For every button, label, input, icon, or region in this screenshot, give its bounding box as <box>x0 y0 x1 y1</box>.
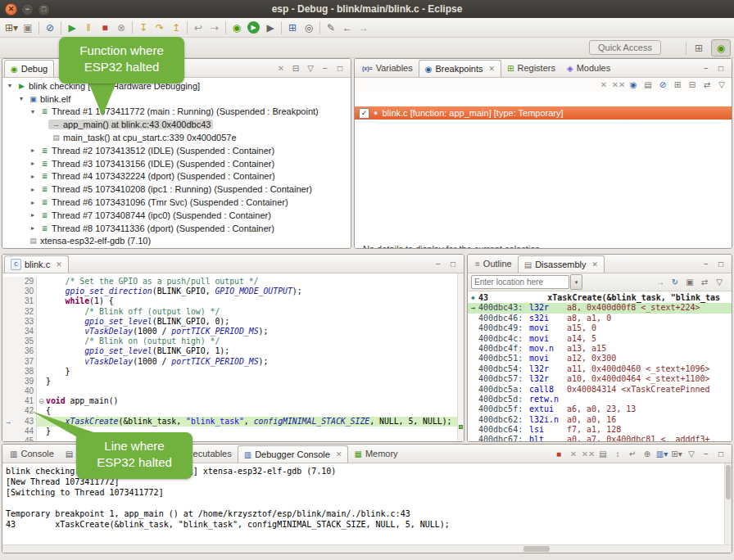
link-with-editor-icon[interactable]: ⇄ <box>698 276 711 289</box>
expand-arrow-icon[interactable]: ▸ <box>29 173 37 180</box>
debug-tree-row[interactable]: ▸≣Thread #4 1073432224 (dport) (Suspende… <box>2 170 351 183</box>
maximize-icon[interactable]: □ <box>446 257 460 270</box>
view-menu-icon[interactable]: ▽ <box>715 79 728 92</box>
disassembly-row[interactable]: 400dbc5f:extuia6, a0, 23, 13 <box>468 404 732 414</box>
debug-tree-row[interactable]: ▤xtensa-esp32-elf-gdb (7.10) <box>2 235 351 248</box>
editor-line[interactable]: 37 vTaskDelay(1000 / portTICK_PERIOD_MS)… <box>2 357 464 367</box>
expand-arrow-icon[interactable]: ▾ <box>6 82 14 89</box>
step-into-icon[interactable]: ↧ <box>135 20 152 36</box>
debug-tree-row[interactable]: ▸≣Thread #8 1073411336 (dport) (Suspende… <box>2 222 351 235</box>
editor-line[interactable]: 38 } <box>2 367 464 377</box>
window-close-button[interactable]: ✕ <box>5 3 17 16</box>
tab-close-icon[interactable]: ✕ <box>56 260 62 269</box>
save-icon[interactable]: ▣ <box>20 20 36 36</box>
tab-breakpoints[interactable]: ◉ Breakpoints ✕ <box>419 60 501 77</box>
disassembly-view[interactable]: ◆43 xTaskCreate(&blink_task, "blink_tas→… <box>468 291 732 441</box>
expand-arrow-icon[interactable]: ▾ <box>17 95 25 102</box>
navigate-to-pc-icon[interactable]: → <box>654 276 667 289</box>
instruction-stepping-icon[interactable]: ⇢ <box>206 20 223 36</box>
tab-disassembly[interactable]: ▤ Disassembly ✕ <box>518 255 605 273</box>
disassembly-row[interactable]: 400dbc49:movia15, 0 <box>468 323 732 333</box>
editor-line[interactable]: 32 /* Blink off (output low) */ <box>2 307 464 317</box>
go-to-file-icon[interactable]: ▤ <box>641 79 655 92</box>
expand-arrow-icon[interactable]: ▸ <box>29 211 37 219</box>
disassembly-row[interactable]: 400dbc46:s32ia8, a1, 0 <box>468 314 732 323</box>
scrollbar-thumb[interactable] <box>726 465 731 499</box>
editor-line[interactable]: 31 while(1) { <box>2 296 464 306</box>
collapse-all-icon[interactable]: ⊟ <box>289 61 302 75</box>
open-console-icon[interactable]: ⊞▾ <box>670 447 683 460</box>
disassembly-row[interactable]: 400dbc57:l32ra10, 0x400d0464 <_stext+110… <box>468 374 732 384</box>
run-icon[interactable]: ▶ <box>247 21 260 34</box>
resume-icon[interactable]: ▶ <box>64 20 80 36</box>
pin-console-icon[interactable]: ⊕ <box>641 447 654 460</box>
debug-tree-row[interactable]: →app_main() at blink.c:43 0x400dbc43 <box>2 118 351 131</box>
debug-tree-row[interactable]: ▸≣Thread #7 1073408744 (ipc0) (Suspended… <box>2 209 351 222</box>
tab-registers[interactable]: ⊞ Registers <box>501 59 561 77</box>
step-over-icon[interactable]: ↷ <box>152 20 168 36</box>
editor-line[interactable]: 29 /* Set the GPIO as a push/pull output… <box>2 277 464 287</box>
expand-arrow-icon[interactable]: ▾ <box>29 108 37 115</box>
external-tools-icon[interactable]: ▶ <box>262 20 279 36</box>
tab-blink-c[interactable]: c blink.c ✕ <box>4 255 69 273</box>
quick-access-button[interactable]: Quick Access <box>589 40 661 55</box>
editor-line[interactable]: 36 gpio_set_level(BLINK_GPIO, 1); <box>2 346 464 356</box>
editor-line[interactable]: 35 /* Blink on (output high) */ <box>2 336 464 346</box>
disconnect-icon[interactable]: ⊗ <box>113 20 129 36</box>
display-selected-console-icon[interactable]: ▥▾ <box>655 447 668 460</box>
disassembly-row[interactable]: 400dbc4f:mov.na13, a15 <box>468 344 732 354</box>
debug-tree-row[interactable]: ▾▣blink.elf <box>2 93 351 106</box>
tab-close-icon[interactable]: ✕ <box>592 260 599 269</box>
disassembly-row[interactable]: 400dbc5d:retw.n <box>468 395 732 404</box>
remove-all-launches-icon[interactable]: ✕✕ <box>582 447 595 460</box>
last-edit-location-icon[interactable]: ✎ <box>323 20 339 36</box>
remove-launch-icon[interactable]: ✕ <box>567 447 580 460</box>
step-return-icon[interactable]: ↥ <box>168 20 184 36</box>
breakpoint-row[interactable]: ✓ ● blink.c [function: app_main] [type: … <box>355 106 732 120</box>
editor-line[interactable]: 33 gpio_set_level(BLINK_GPIO, 0); <box>2 317 464 327</box>
minimize-icon[interactable]: − <box>432 257 445 270</box>
remove-all-breakpoints-icon[interactable]: ✕✕ <box>612 79 625 92</box>
location-dropdown-icon[interactable]: ▾ <box>570 274 582 290</box>
remove-breakpoint-icon[interactable]: ✕ <box>597 79 610 92</box>
console-horizontal-scrollbar[interactable] <box>2 544 732 553</box>
copy-icon[interactable]: ▣ <box>683 276 696 289</box>
tab-close-icon[interactable]: ✕ <box>489 65 496 73</box>
terminate-icon[interactable]: ■ <box>552 447 565 460</box>
disassembly-row[interactable]: 400dbc67:blta0, a7, 0x400dbc81 <__adddf3… <box>468 435 732 441</box>
disassembly-row[interactable]: 400dbc5a:call80x40084314 <xTaskCreatePin… <box>468 385 732 395</box>
debug-tree-row[interactable]: ▸≣Thread #2 1073413512 (IDLE) (Suspended… <box>2 144 351 157</box>
forward-icon[interactable]: → <box>356 20 372 36</box>
terminate-icon[interactable]: ■ <box>97 20 113 36</box>
maximize-icon[interactable]: □ <box>714 257 727 270</box>
overview-ruler[interactable] <box>457 273 464 441</box>
tab-debug[interactable]: ◉ Debug <box>4 60 54 77</box>
editor-line[interactable]: 30 gpio_set_direction(BLINK_GPIO, GPIO_M… <box>2 287 464 296</box>
disassembly-row[interactable]: 400dbc4c:movia14, 5 <box>468 334 732 344</box>
scrollbar-thumb[interactable] <box>523 546 550 552</box>
tab-outline[interactable]: ≡ Outline <box>469 255 518 273</box>
maximize-icon[interactable]: □ <box>333 61 347 75</box>
minimize-icon[interactable]: − <box>700 61 713 75</box>
collapse-all-icon[interactable]: ⊟ <box>686 79 699 92</box>
word-wrap-icon[interactable]: ↵ <box>626 447 639 460</box>
tab-variables[interactable]: (x)= Variables <box>356 59 419 77</box>
minimize-icon[interactable]: − <box>700 447 713 460</box>
expand-arrow-icon[interactable]: ▸ <box>29 224 37 232</box>
drop-to-frame-icon[interactable]: ↩ <box>190 20 206 36</box>
tab-memory[interactable]: ▦ Memory <box>348 445 403 463</box>
editor-line[interactable]: 40 <box>2 386 464 396</box>
expand-all-icon[interactable]: ⊞ <box>671 79 684 92</box>
expand-arrow-icon[interactable]: ▸ <box>29 199 37 206</box>
new-wizard-icon[interactable]: ⊞▾ <box>3 20 20 36</box>
debug-perspective-button[interactable]: ◉ <box>711 39 731 56</box>
debug-tree-row[interactable]: ▸≣Thread #3 1073413156 (IDLE) (Suspended… <box>2 157 351 170</box>
debug-icon[interactable]: ◉ <box>229 20 245 36</box>
editor-line[interactable]: 39} <box>2 377 464 386</box>
new-cpp-project-icon[interactable]: ⊞ <box>284 20 301 36</box>
skip-all-breakpoints-icon[interactable]: ⊘ <box>42 20 58 36</box>
back-icon[interactable]: ← <box>339 20 356 36</box>
refresh-icon[interactable]: ↻ <box>668 276 682 289</box>
maximize-icon[interactable]: □ <box>714 447 727 460</box>
minimize-icon[interactable]: − <box>700 257 713 270</box>
